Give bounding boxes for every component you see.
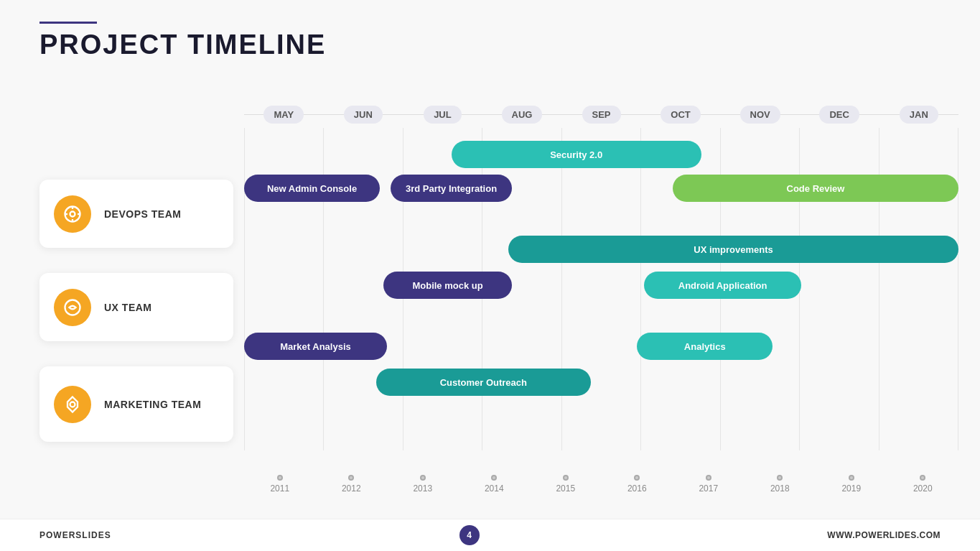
axis-year-2019: 2019 bbox=[841, 483, 861, 494]
devops-icon bbox=[54, 195, 91, 233]
page-title: PROJECT TIMELINE bbox=[39, 29, 326, 60]
team-card-marketing: MARKETING TEAM bbox=[39, 366, 233, 442]
axis-2017: 2017 bbox=[673, 475, 745, 494]
marketing-icon bbox=[54, 386, 91, 423]
axis-2012: 2012 bbox=[316, 475, 388, 494]
bars-container: Security 2.0 New Admin Console 3rd Party… bbox=[244, 128, 958, 450]
svg-point-6 bbox=[65, 300, 80, 315]
footer: POWERSLIDES 4 WWW.POWERLIDES.COM bbox=[0, 519, 980, 551]
marketing-label: MARKETING TEAM bbox=[104, 399, 201, 410]
month-pill-aug: AUG bbox=[502, 106, 543, 124]
month-nov: NOV bbox=[720, 101, 800, 128]
axis-2015: 2015 bbox=[530, 475, 602, 494]
axis-dot-2012 bbox=[348, 475, 354, 481]
axis-dot-2015 bbox=[563, 475, 569, 481]
month-pill-may: MAY bbox=[263, 106, 304, 124]
month-pill-jul: JUL bbox=[424, 106, 462, 124]
axis-2019: 2019 bbox=[816, 475, 887, 494]
footer-url: WWW.POWERLIDES.COM bbox=[827, 530, 941, 540]
axis-2011: 2011 bbox=[244, 475, 316, 494]
ux-label: UX TEAM bbox=[104, 302, 152, 313]
content-area: DEVOPS TEAM UX TEAM MARKETING TEAM bbox=[39, 101, 958, 494]
month-headers: MAY JUN JUL AUG SEP bbox=[244, 101, 958, 128]
bar-customer-outreach: Customer Outreach bbox=[376, 369, 591, 396]
footer-brand: POWERSLIDES bbox=[39, 530, 111, 540]
axis-dot-2016 bbox=[634, 475, 640, 481]
axis-2016: 2016 bbox=[602, 475, 673, 494]
month-dec: DEC bbox=[800, 101, 879, 128]
month-pill-sep: SEP bbox=[582, 106, 621, 124]
axis-year-2015: 2015 bbox=[556, 483, 575, 494]
bar-android-application: Android Application bbox=[644, 272, 801, 299]
axis-dot-2011 bbox=[277, 475, 283, 481]
svg-point-7 bbox=[70, 402, 75, 407]
month-jan: JAN bbox=[879, 101, 959, 128]
bar-market-analysis: Market Analysis bbox=[244, 333, 387, 360]
svg-point-1 bbox=[70, 211, 75, 216]
axis-dot-2019 bbox=[849, 475, 854, 481]
axis-year-2011: 2011 bbox=[270, 483, 289, 494]
team-card-devops: DEVOPS TEAM bbox=[39, 180, 233, 248]
month-sep: SEP bbox=[561, 101, 641, 128]
month-may: MAY bbox=[244, 101, 324, 128]
axis-2013: 2013 bbox=[387, 475, 459, 494]
axis-dot-2013 bbox=[420, 475, 426, 481]
month-pill-jan: JAN bbox=[900, 106, 938, 124]
axis-dot-2020 bbox=[920, 475, 925, 481]
month-jun: JUN bbox=[324, 101, 403, 128]
bar-3rd-party-integration: 3rd Party Integration bbox=[391, 175, 512, 202]
month-pill-oct: OCT bbox=[661, 106, 700, 124]
header-accent-line bbox=[39, 22, 97, 24]
bar-ux-improvements: UX improvements bbox=[508, 236, 958, 263]
month-pill-dec: DEC bbox=[819, 106, 859, 124]
axis-year-2012: 2012 bbox=[342, 483, 361, 494]
timeline-area: MAY JUN JUL AUG SEP bbox=[244, 101, 958, 494]
axis-year-2013: 2013 bbox=[413, 483, 432, 494]
month-jul: JUL bbox=[403, 101, 482, 128]
axis-2014: 2014 bbox=[459, 475, 531, 494]
bar-mobile-mockup: Mobile mock up bbox=[383, 272, 512, 299]
axis-2018: 2018 bbox=[745, 475, 816, 494]
axis-dot-2018 bbox=[777, 475, 783, 481]
footer-page-number: 4 bbox=[459, 525, 480, 545]
bar-security-2: Security 2.0 bbox=[452, 141, 701, 168]
bar-code-review: Code Review bbox=[673, 175, 958, 202]
month-oct: OCT bbox=[641, 101, 721, 128]
axis-year-2014: 2014 bbox=[485, 483, 504, 494]
axis-year-2017: 2017 bbox=[699, 483, 718, 494]
month-pill-jun: JUN bbox=[344, 106, 383, 124]
bar-new-admin-console: New Admin Console bbox=[244, 175, 380, 202]
header: PROJECT TIMELINE bbox=[39, 22, 326, 60]
ux-icon bbox=[54, 289, 91, 326]
axis-year-2018: 2018 bbox=[770, 483, 790, 494]
page: PROJECT TIMELINE DEVOPS TEAM UX TEAM bbox=[0, 0, 980, 551]
axis-dot-2014 bbox=[491, 475, 497, 481]
axis-year-2020: 2020 bbox=[913, 483, 933, 494]
month-pill-nov: NOV bbox=[740, 106, 780, 124]
bottom-axis: 2011 2012 2013 2014 2015 bbox=[244, 450, 958, 494]
teams-column: DEVOPS TEAM UX TEAM MARKETING TEAM bbox=[39, 140, 233, 458]
team-card-ux: UX TEAM bbox=[39, 273, 233, 341]
axis-dot-2017 bbox=[706, 475, 711, 481]
month-aug: AUG bbox=[482, 101, 562, 128]
axis-2020: 2020 bbox=[887, 475, 959, 494]
devops-label: DEVOPS TEAM bbox=[104, 208, 181, 220]
bar-analytics: Analytics bbox=[637, 333, 773, 360]
axis-year-2016: 2016 bbox=[627, 483, 647, 494]
